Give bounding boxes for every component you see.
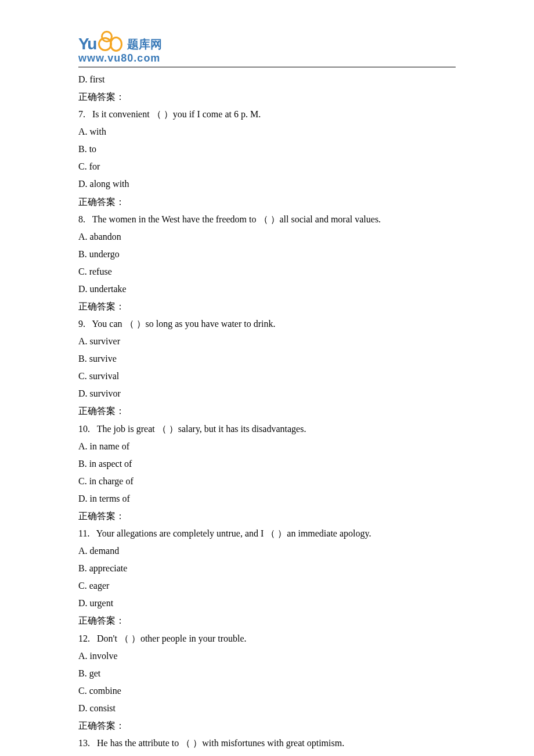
logo-80-icon bbox=[98, 37, 122, 52]
question-text-before: You can bbox=[92, 319, 124, 329]
logo-top-row: Yu 题库网 bbox=[78, 35, 456, 53]
header-divider bbox=[78, 67, 456, 67]
question-text-after: other people in your trouble. bbox=[140, 633, 247, 643]
question-stem: 10. The job is great （ ）salary, but it h… bbox=[78, 420, 456, 438]
question-text-after: you if I come at 6 p. M. bbox=[173, 109, 261, 119]
document-content: D. first 正确答案： 7. Is it convenient （ ）yo… bbox=[78, 71, 456, 756]
question-number: 9. bbox=[78, 319, 85, 329]
logo-brand-chinese: 题库网 bbox=[127, 37, 162, 52]
option-text: A. surviver bbox=[78, 333, 456, 350]
question-number: 8. bbox=[78, 214, 85, 224]
answer-label: 正确答案： bbox=[78, 402, 456, 420]
site-logo: Yu 题库网 www.vu80.com bbox=[78, 35, 456, 64]
answer-label: 正确答案： bbox=[78, 612, 456, 629]
question-blank: （ ） bbox=[120, 633, 140, 643]
option-text: B. to bbox=[78, 141, 456, 158]
logo-url: www.vu80.com bbox=[78, 52, 456, 64]
option-text: A. involve bbox=[78, 647, 456, 665]
question-stem: 9. You can （ ）so long as you have water … bbox=[78, 315, 456, 333]
answer-label: 正确答案： bbox=[78, 88, 456, 106]
question-number: 11. bbox=[78, 528, 89, 538]
option-text: B. get bbox=[78, 665, 456, 682]
option-text: D. in terms of bbox=[78, 490, 456, 507]
option-text: D. along with bbox=[78, 175, 456, 193]
logo-brand-prefix: Yu bbox=[78, 35, 96, 53]
question-stem: 13. He has the attribute to （ ）with misf… bbox=[78, 735, 456, 752]
question-stem: 8. The women in the West have the freedo… bbox=[78, 211, 456, 228]
option-text: C. combine bbox=[78, 682, 456, 700]
question-number: 10. bbox=[78, 424, 90, 434]
option-text: D. consist bbox=[78, 700, 456, 717]
answer-label: 正确答案： bbox=[78, 507, 456, 525]
question-text-after: an immediate apology. bbox=[287, 528, 371, 538]
answer-label: 正确答案： bbox=[78, 717, 456, 735]
option-text: B. survive bbox=[78, 350, 456, 368]
question-stem: 12. Don't （ ）other people in your troubl… bbox=[78, 630, 456, 647]
question-text-after: so long as you have water to drink. bbox=[146, 319, 276, 329]
question-blank: （ ） bbox=[266, 528, 287, 538]
question-blank: （ ） bbox=[181, 738, 202, 748]
question-text-after: with misfortunes with great optimism. bbox=[202, 738, 344, 748]
option-text: D. undertake bbox=[78, 280, 456, 298]
question-text-after: all social and moral values. bbox=[280, 214, 381, 224]
question-text-after: salary, but it has its disadvantages. bbox=[178, 424, 306, 434]
question-blank: （ ） bbox=[157, 424, 178, 434]
option-text: A. abandon bbox=[78, 228, 456, 246]
question-text-before: Is it convenient bbox=[92, 109, 152, 119]
option-text: C. refuse bbox=[78, 263, 456, 280]
question-text-before: Don't bbox=[97, 633, 120, 643]
option-text: A. demand bbox=[78, 542, 456, 560]
option-text: A. meet bbox=[78, 752, 456, 756]
option-text: B. in aspect of bbox=[78, 455, 456, 473]
option-text: C. survival bbox=[78, 368, 456, 385]
question-blank: （ ） bbox=[152, 109, 173, 119]
option-text: D. urgent bbox=[78, 595, 456, 612]
option-text: C. for bbox=[78, 158, 456, 175]
option-text: A. in name of bbox=[78, 438, 456, 455]
option-text: C. in charge of bbox=[78, 473, 456, 490]
question-number: 12. bbox=[78, 633, 90, 643]
option-text: B. appreciate bbox=[78, 560, 456, 577]
answer-label: 正确答案： bbox=[78, 298, 456, 315]
question-blank: （ ） bbox=[259, 214, 280, 224]
option-text: D. first bbox=[78, 71, 456, 88]
option-text: A. with bbox=[78, 123, 456, 141]
question-text-before: He has the attribute to bbox=[97, 738, 181, 748]
question-number: 7. bbox=[78, 109, 85, 119]
option-text: C. eager bbox=[78, 577, 456, 595]
question-blank: （ ） bbox=[125, 319, 146, 329]
question-stem: 11. Your allegations are completely untr… bbox=[78, 525, 456, 542]
option-text: B. undergo bbox=[78, 246, 456, 263]
question-text-before: The women in the West have the freedom t… bbox=[92, 214, 259, 224]
question-stem: 7. Is it convenient （ ）you if I come at … bbox=[78, 106, 456, 123]
question-text-before: Your allegations are completely untrue, … bbox=[96, 528, 266, 538]
question-number: 13. bbox=[78, 738, 90, 748]
option-text: D. survivor bbox=[78, 385, 456, 402]
answer-label: 正确答案： bbox=[78, 193, 456, 211]
question-text-before: The job is great bbox=[97, 424, 157, 434]
